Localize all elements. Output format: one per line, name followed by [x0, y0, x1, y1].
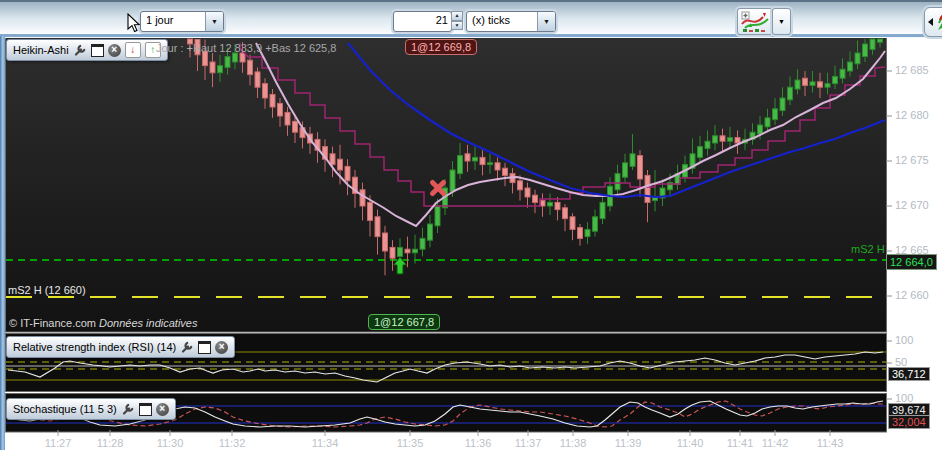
- candle-body: [525, 188, 530, 197]
- candle-body: [593, 217, 598, 231]
- chevron-down-icon[interactable]: ▼: [537, 12, 555, 31]
- candle-body: [248, 60, 253, 74]
- candle-body: [765, 118, 770, 127]
- last-price-box: 12 664,0: [886, 254, 937, 270]
- close-icon[interactable]: ×: [108, 44, 121, 57]
- candle-body: [345, 166, 350, 180]
- collapse-panel-button[interactable]: [924, 7, 942, 37]
- candle-body: [855, 53, 860, 64]
- candle-body: [720, 136, 725, 141]
- rsi-panel-header[interactable]: Relative strength index (RSI) (14) ×: [6, 336, 235, 358]
- candle-body: [570, 217, 575, 230]
- chevron-down-icon[interactable]: ▼: [205, 12, 223, 31]
- candle-body: [390, 247, 395, 258]
- stoch-title: Stochastique (11 5 3): [13, 403, 117, 415]
- candle-body: [450, 170, 455, 192]
- candle-body: [773, 109, 778, 120]
- main-chart-header[interactable]: Heikin-Ashi × ↓ ↑: [6, 39, 168, 61]
- candle-body: [878, 39, 883, 42]
- candle-body: [578, 228, 583, 239]
- candle-body: [818, 82, 823, 87]
- window-icon[interactable]: [139, 403, 152, 416]
- trading-platform-window: 12 68512 68012 67512 67012 66512 6601005…: [0, 0, 942, 450]
- candle-body: [375, 217, 380, 237]
- candle-body: [735, 138, 740, 143]
- candle-body: [780, 98, 785, 111]
- wrench-icon[interactable]: [180, 340, 194, 354]
- candle-body: [480, 157, 485, 164]
- candle-body: [705, 141, 710, 148]
- timeframe-select[interactable]: 1 jour ▼: [140, 11, 224, 32]
- window-icon[interactable]: [91, 44, 104, 57]
- candle-body: [630, 154, 635, 167]
- candle-body: [413, 249, 418, 253]
- candle-body: [615, 174, 620, 190]
- candle-body: [465, 154, 470, 161]
- candle-body: [360, 190, 365, 206]
- candle-body: [623, 163, 628, 177]
- stoch-panel-header[interactable]: Stochastique (11 5 3) ×: [6, 398, 176, 420]
- stepper-down-icon[interactable]: ▼: [451, 21, 463, 31]
- candle-body: [263, 84, 268, 98]
- candle-body: [803, 78, 808, 85]
- sell-arrow-button[interactable]: ↓: [125, 42, 141, 58]
- timeframe-value: 1 jour: [141, 12, 205, 31]
- buy-order-tag[interactable]: 1@12 667,8: [368, 314, 440, 330]
- candle-body: [338, 159, 343, 170]
- candle-body: [240, 53, 245, 62]
- candle-body: [488, 163, 493, 165]
- toolbar-divider: [0, 34, 942, 37]
- candle-body: [863, 44, 868, 57]
- close-icon[interactable]: ×: [156, 403, 169, 416]
- stoch-d-value-box: 32,004: [888, 415, 930, 429]
- sell-order-tag[interactable]: 1@12 669,8: [405, 39, 477, 55]
- window-left-border: [0, 36, 5, 450]
- bars-count-value: 21: [394, 12, 451, 31]
- candle-body: [555, 202, 560, 209]
- candle-body: [495, 163, 500, 170]
- candle-body: [833, 76, 838, 83]
- candle-body: [368, 202, 373, 220]
- copyright-text: © IT-Finance.com: [9, 317, 96, 329]
- window-icon[interactable]: [198, 341, 211, 354]
- candle-body: [848, 62, 853, 71]
- candle-body: [713, 136, 718, 143]
- candle-body: [218, 66, 223, 73]
- bars-count-stepper[interactable]: ▲ ▼: [451, 11, 463, 30]
- candle-body: [788, 87, 793, 100]
- candle-body: [638, 156, 643, 179]
- daily-high-low-info: Jour : +Haut 12 833,9 +Bas 12 625,8: [156, 42, 336, 54]
- candle-body: [420, 238, 425, 249]
- candle-body: [233, 53, 238, 62]
- candle-body: [795, 80, 800, 89]
- candle-body: [563, 208, 568, 219]
- main-chart-panel[interactable]: [6, 38, 887, 333]
- candle-body: [548, 202, 553, 206]
- chart-canvas[interactable]: [0, 0, 942, 450]
- close-icon[interactable]: ×: [215, 341, 228, 354]
- candle-body: [758, 125, 763, 134]
- candle-body: [383, 233, 388, 251]
- bars-count-input[interactable]: 21: [393, 11, 452, 32]
- candle-body: [840, 69, 845, 78]
- main-chart-title: Heikin-Ashi: [13, 44, 69, 56]
- wrench-icon[interactable]: [73, 43, 87, 57]
- candle-body: [225, 57, 230, 68]
- candle-body: [210, 62, 215, 73]
- rsi-title: Relative strength index (RSI) (14): [13, 341, 176, 353]
- candle-body: [458, 156, 463, 174]
- candle-body: [285, 112, 290, 125]
- chart-type-dropdown[interactable]: ▼: [772, 8, 791, 35]
- candle-body: [728, 138, 733, 142]
- bars-unit-select[interactable]: (x) ticks ▼: [466, 11, 556, 32]
- candle-body: [503, 168, 508, 175]
- wrench-icon[interactable]: [121, 402, 135, 416]
- candle-body: [330, 154, 335, 165]
- chart-type-button[interactable]: [737, 8, 773, 35]
- candle-body: [585, 229, 590, 236]
- candle-body: [398, 247, 403, 256]
- stepper-up-icon[interactable]: ▲: [451, 11, 463, 21]
- copyright-note: Données indicatives: [99, 317, 197, 329]
- support-level-label: mS2 H (12 660): [8, 284, 86, 296]
- candle-body: [645, 175, 650, 202]
